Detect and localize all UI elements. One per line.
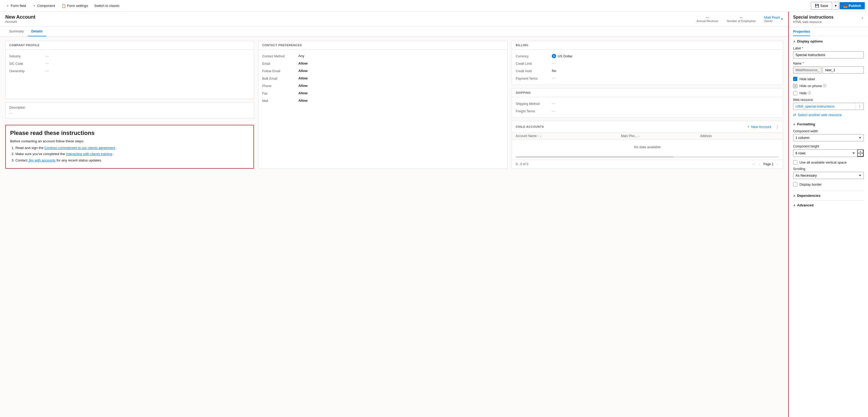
hide-on-phone-checkbox[interactable]: ✓: [793, 84, 797, 88]
new-account-button[interactable]: ＋ New Account: [744, 123, 773, 130]
component-height-field: Component height 1 row 2 rows 3 rows 4 r…: [793, 145, 864, 157]
advanced-header[interactable]: ∧ Advanced: [793, 203, 864, 207]
shipping-section: SHIPPING Shipping Method --- Freight Ter…: [512, 88, 783, 118]
web-resource-value: crfb6_special-instructions: [793, 103, 856, 110]
grid-scrollbar-thumb: [516, 156, 674, 158]
instructions-list: Read and sign the Contoso commitment to …: [10, 145, 249, 163]
instructions-title: Please read these instructions: [10, 130, 249, 136]
sic-code-row: SIC Code ---: [9, 60, 250, 67]
contact-method-row: Contact Method Any: [262, 52, 503, 60]
display-border-row: Display border: [793, 182, 864, 187]
publish-icon: 📤: [843, 4, 847, 8]
pagination-info: 0 - 0 of 0: [516, 162, 528, 166]
annual-revenue-field: --- Annual Revenue: [696, 16, 718, 23]
new-account-plus-icon: ＋: [747, 124, 750, 129]
formatting-collapse-icon: ∧: [793, 123, 796, 126]
form-title-block: New Account Account: [5, 14, 35, 24]
label-input[interactable]: [793, 51, 864, 58]
prev-page-button[interactable]: ‹: [758, 161, 762, 167]
no-data-message: No data available: [512, 140, 783, 154]
publish-button[interactable]: 📤 Publish: [840, 2, 865, 9]
name-field: Name * WebResource_: [793, 62, 864, 73]
advanced-collapse-icon: ∧: [793, 203, 796, 207]
toolbar-component[interactable]: ＋ Component: [30, 2, 58, 10]
fax-row: Fax Allow: [262, 90, 503, 97]
child-accounts-header: CHILD ACCOUNTS ＋ New Account ⋮: [512, 121, 783, 132]
pagination: 0 - 0 of 0 ⊣ ‹ Page 1 ›: [512, 160, 783, 168]
instructions-box: Please read these instructions Before co…: [5, 125, 254, 169]
toolbar-form-settings[interactable]: 📋 Form settings: [59, 2, 91, 9]
industry-row: Industry ---: [9, 52, 250, 60]
display-border-text: Display border: [800, 183, 822, 187]
toolbar: ＋ Form field ＋ Component 📋 Form settings…: [0, 0, 868, 12]
contoso-link[interactable]: Contoso commitment to our clients agreem…: [44, 146, 115, 150]
hide-info-icon[interactable]: ⓘ: [808, 91, 811, 95]
save-dropdown-button[interactable]: ▾: [833, 2, 838, 9]
spinner-buttons: ▲ ▼: [857, 149, 864, 157]
ownership-row: Ownership ---: [9, 67, 250, 75]
first-page-button[interactable]: ⊣: [750, 161, 756, 167]
dependencies-header[interactable]: ∧ Dependencies: [793, 194, 864, 198]
next-page-button[interactable]: ›: [776, 161, 779, 167]
component-height-label: Component height: [793, 145, 864, 148]
address-col-header: Address: [700, 134, 779, 138]
panel-close-button[interactable]: ›: [861, 15, 864, 21]
follow-email-row: Follow Email Allow: [262, 67, 503, 75]
company-profile-body: Industry --- SIC Code --- Ownership ---: [6, 50, 254, 77]
training-link[interactable]: Interacting with clients training: [66, 152, 112, 156]
panel-tab-properties[interactable]: Properties: [793, 27, 810, 36]
sort-down-icon[interactable]: ↓: [540, 135, 541, 137]
component-height-select[interactable]: 1 row 2 rows 3 rows 4 rows 5 rows 6 rows…: [793, 149, 857, 157]
child-accounts-more-icon[interactable]: ⋮: [776, 125, 779, 129]
name-suffix-input[interactable]: [823, 66, 864, 73]
display-options-collapse-icon: ∧: [793, 39, 796, 43]
hide-label-checkbox[interactable]: ✓: [793, 77, 797, 81]
sort-up-icon[interactable]: ↑: [538, 135, 539, 137]
currency-row: Currency $ US Dollar: [516, 52, 779, 60]
component-width-select[interactable]: 1 column 2 columns: [793, 134, 864, 141]
formatting-header[interactable]: ∧ Formatting: [793, 122, 864, 126]
contact-pref-header: CONTACT PREFERENCES: [258, 41, 507, 50]
display-border-checkbox[interactable]: [793, 182, 797, 187]
use-all-space-text: Use all available vertical space: [800, 160, 847, 164]
scrolling-select[interactable]: As Necessary Automatic Hidden Scroll: [793, 172, 864, 179]
tab-details[interactable]: Details: [28, 27, 46, 36]
name-required-star: *: [803, 62, 804, 65]
select-another-link[interactable]: ⇄ Select another web resource: [793, 111, 864, 118]
save-icon: 💾: [815, 4, 819, 8]
bulk-email-row: Bulk Email Allow: [262, 75, 503, 82]
toolbar-form-field[interactable]: ＋ Form field: [3, 2, 29, 10]
form-row-1: COMPANY PROFILE Industry --- SIC Code --…: [5, 41, 783, 169]
hide-label-row: ✓ Hide label: [793, 77, 864, 81]
hide-on-phone-info-icon[interactable]: ⓘ: [823, 84, 826, 88]
hide-checkbox[interactable]: [793, 91, 797, 95]
contact-preferences-section: CONTACT PREFERENCES Contact Method Any E…: [258, 41, 507, 169]
owner-chevron-icon[interactable]: ▾: [781, 17, 783, 21]
component-height-control: 1 row 2 rows 3 rows 4 rows 5 rows 6 rows…: [793, 149, 864, 157]
component-width-label: Component width: [793, 129, 864, 133]
name-field-label: Name *: [793, 62, 864, 65]
num-employees-field: --- Number of Employees: [727, 16, 755, 23]
save-button[interactable]: 💾 Save: [811, 2, 832, 9]
list-item: Read and sign the Contoso commitment to …: [16, 145, 249, 151]
jim-link[interactable]: Jim with accounts: [28, 158, 56, 162]
spinner-up-button[interactable]: ▲: [857, 150, 864, 153]
panel-subtitle: HTML web resource: [793, 20, 833, 24]
plus-icon: ＋: [6, 3, 9, 8]
display-options-section: ∧ Display options Label * Name *: [793, 39, 864, 118]
toolbar-switch-classic[interactable]: Switch to classic: [92, 2, 122, 9]
shipping-body: Shipping Method --- Freight Terms ---: [512, 97, 783, 118]
owner-name[interactable]: Matt Peart: [764, 15, 780, 20]
save-arrow-icon: ▾: [835, 4, 837, 8]
tab-summary[interactable]: Summary: [5, 27, 28, 36]
freight-terms-row: Freight Terms ---: [516, 107, 779, 115]
web-resource-control: crfb6_special-instructions ⋮: [793, 103, 864, 110]
form-tabs: Summary Details: [0, 27, 788, 36]
panel-tabs: Properties: [789, 27, 868, 36]
web-resource-more-button[interactable]: ⋮: [856, 103, 864, 110]
grid-scrollbar[interactable]: [516, 156, 779, 158]
spinner-down-button[interactable]: ▼: [857, 153, 864, 157]
use-all-space-checkbox[interactable]: [793, 160, 797, 164]
phone-sort-down-icon[interactable]: ↓: [638, 135, 640, 137]
display-options-header[interactable]: ∧ Display options: [793, 39, 864, 43]
